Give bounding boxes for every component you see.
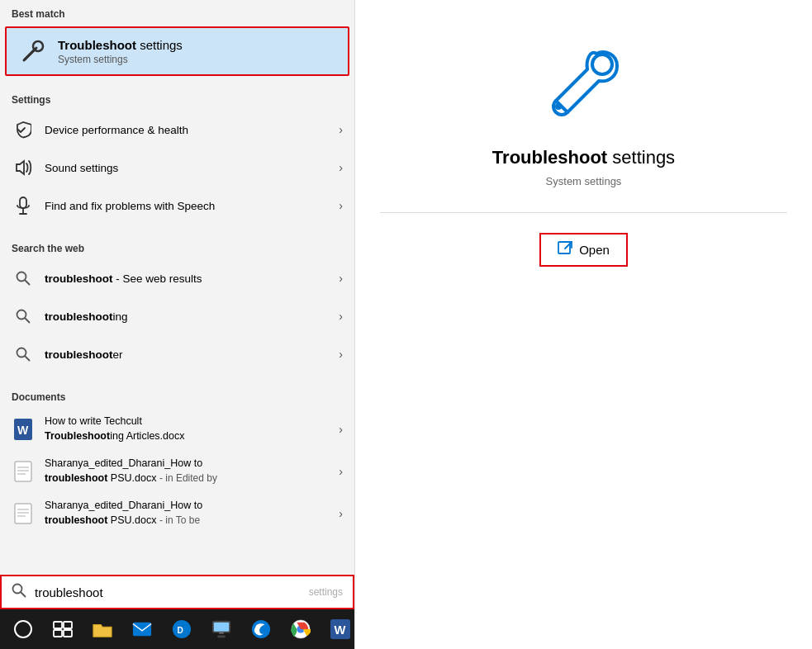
web-item-troubleshoot[interactable]: troubleshoot - See web results › (0, 259, 354, 297)
svg-point-42 (592, 54, 612, 74)
best-match-item[interactable]: Troubleshoot settings System settings (5, 26, 349, 76)
search-input[interactable] (35, 585, 309, 599)
doc-item-1[interactable]: W How to write Techcult Troubleshooting … (0, 408, 354, 450)
chevron-right-icon-8: › (339, 465, 343, 478)
svg-rect-34 (214, 623, 229, 632)
generic-doc-icon-2 (12, 502, 35, 525)
settings-section-label: Settings (0, 86, 354, 111)
taskbar: D (0, 609, 354, 649)
sound-icon (12, 156, 35, 179)
svg-text:W: W (17, 424, 29, 437)
svg-point-9 (17, 310, 26, 320)
web-item-troubleshooter[interactable]: troubleshooter › (0, 335, 354, 373)
best-match-text: Troubleshoot settings System settings (58, 38, 183, 65)
svg-point-25 (15, 621, 31, 637)
taskbar-chrome-button[interactable] (281, 609, 321, 649)
chevron-right-icon-6: › (339, 348, 343, 361)
chevron-right-icon-4: › (339, 272, 343, 285)
svg-point-7 (17, 272, 26, 282)
svg-rect-19 (15, 504, 31, 523)
settings-wrench-icon (18, 36, 48, 66)
main-container: Best match Troubleshoot settings System … (0, 0, 812, 649)
svg-rect-36 (217, 635, 225, 637)
svg-rect-28 (54, 630, 62, 637)
chevron-right-icon-2: › (339, 161, 343, 174)
svg-text:W: W (335, 623, 346, 637)
svg-line-8 (26, 281, 30, 285)
open-button-icon (558, 241, 572, 258)
svg-rect-30 (133, 623, 151, 637)
web-item-troubleshooting[interactable]: troubleshooting › (0, 297, 354, 335)
best-match-title-rest: settings (136, 38, 183, 52)
search-placeholder-hint: settings (309, 586, 343, 598)
svg-point-11 (17, 348, 26, 358)
right-panel-divider (380, 212, 787, 213)
chevron-right-icon-7: › (339, 423, 343, 436)
documents-label: Documents (0, 383, 354, 408)
right-panel-subtitle: System settings (546, 175, 622, 187)
search-web-icon-3 (12, 343, 35, 366)
taskbar-search-button[interactable] (3, 609, 43, 649)
svg-line-24 (21, 593, 26, 597)
documents-section: Documents W How to write Techcult Troubl… (0, 378, 354, 575)
generic-doc-icon-1 (12, 460, 35, 483)
chevron-right-icon: › (339, 123, 343, 136)
svg-point-23 (13, 585, 22, 594)
chevron-right-icon-5: › (339, 310, 343, 323)
settings-item-sound[interactable]: Sound settings › (0, 149, 354, 187)
microphone-icon (12, 194, 35, 217)
open-button[interactable]: Open (539, 233, 628, 267)
search-web-icon-1 (12, 267, 35, 290)
doc-item-1-text: How to write Techcult Troubleshooting Ar… (45, 415, 339, 443)
svg-marker-3 (17, 161, 24, 174)
left-panel: Best match Troubleshoot settings System … (0, 0, 355, 649)
svg-point-44 (555, 103, 562, 110)
best-match-subtitle: System settings (58, 54, 183, 65)
taskbar-edge-button[interactable] (241, 609, 281, 649)
web-item-troubleshoot-label: troubleshoot - See web results (45, 272, 339, 285)
right-panel-wrench-icon (543, 41, 625, 127)
doc-item-2-text: Sharanya_edited_Dharani_How to troublesh… (45, 457, 339, 486)
web-item-troubleshooting-label: troubleshooting (45, 310, 339, 323)
word-doc-icon-1: W (12, 418, 35, 441)
taskbar-mail-button[interactable] (122, 609, 162, 649)
taskbar-word-button[interactable]: W (321, 609, 360, 649)
open-button-label: Open (579, 243, 610, 257)
search-web-label: Search the web (0, 234, 354, 259)
settings-item-device[interactable]: Device performance & health › (0, 111, 354, 149)
web-item-troubleshooter-label: troubleshooter (45, 348, 339, 361)
shield-icon (12, 118, 35, 141)
doc-item-3-text: Sharanya_edited_Dharani_How to troublesh… (45, 499, 339, 528)
taskbar-task-view-button[interactable] (43, 609, 83, 649)
svg-rect-26 (54, 622, 62, 628)
settings-item-sound-label: Sound settings (45, 162, 339, 174)
best-match-label: Best match (0, 0, 354, 25)
search-bar-icon (12, 583, 26, 601)
search-web-section: Search the web troubleshoot - See web re… (0, 230, 354, 378)
taskbar-file-explorer-button[interactable] (83, 609, 122, 649)
svg-line-10 (26, 319, 30, 323)
best-match-title-bold: Troubleshoot (58, 38, 136, 52)
svg-rect-27 (64, 622, 72, 628)
best-match-title: Troubleshoot settings (58, 38, 183, 52)
svg-rect-4 (20, 197, 26, 208)
doc-item-3[interactable]: Sharanya_edited_Dharani_How to troublesh… (0, 492, 354, 534)
svg-rect-45 (558, 242, 570, 253)
chevron-right-icon-3: › (339, 199, 343, 212)
chevron-right-icon-9: › (339, 507, 343, 520)
svg-line-12 (26, 357, 30, 361)
settings-item-speech-label: Find and fix problems with Speech (45, 200, 339, 212)
taskbar-dell-button[interactable]: D (162, 609, 202, 649)
search-web-icon-2 (12, 305, 35, 328)
right-panel: Troubleshoot settings System settings Op… (355, 0, 812, 649)
settings-section: Settings Device performance & health › (0, 81, 354, 230)
taskbar-remote-button[interactable] (202, 609, 241, 649)
settings-item-device-label: Device performance & health (45, 124, 339, 136)
search-bar-container: settings (0, 575, 354, 609)
right-panel-title: Troubleshoot settings (492, 147, 675, 168)
settings-item-speech[interactable]: Find and fix problems with Speech › (0, 187, 354, 225)
svg-line-2 (25, 50, 35, 59)
doc-item-2[interactable]: Sharanya_edited_Dharani_How to troublesh… (0, 450, 354, 492)
svg-rect-15 (15, 462, 31, 481)
svg-text:D: D (177, 626, 183, 635)
